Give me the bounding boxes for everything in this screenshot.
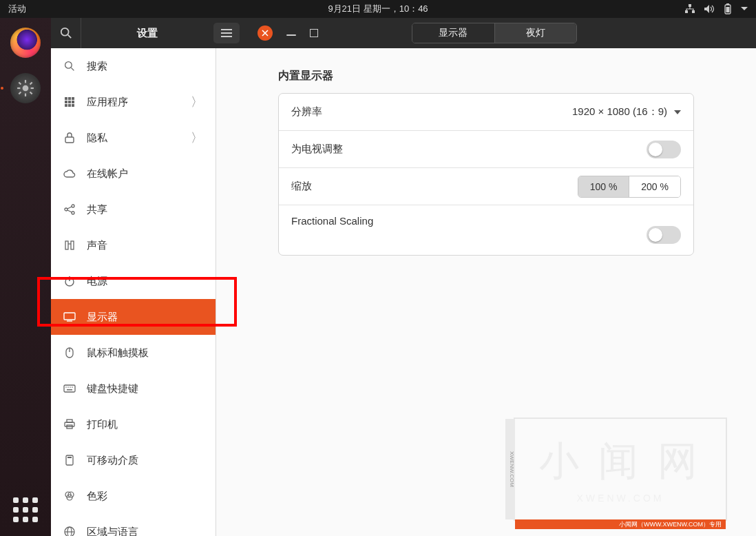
- scale-200-button[interactable]: 200 %: [629, 176, 680, 197]
- svg-rect-24: [72, 97, 74, 100]
- dropdown-caret-icon: [674, 110, 681, 114]
- maximize-button[interactable]: [310, 29, 318, 37]
- svg-line-35: [67, 207, 72, 209]
- search-icon: [60, 27, 72, 39]
- scale-segmented: 100 % 200 %: [578, 176, 681, 198]
- row-resolution[interactable]: 分辨率 1920 × 1080 (16：9): [279, 94, 693, 131]
- tv-adjust-toggle[interactable]: [647, 141, 681, 158]
- sidebar-item-share[interactable]: 共享: [51, 192, 216, 227]
- svg-rect-2: [692, 10, 695, 13]
- tab-displays[interactable]: 显示器: [412, 23, 495, 43]
- sidebar-item-power[interactable]: 电源: [51, 263, 216, 299]
- sidebar-item-label: 声音: [87, 239, 107, 252]
- activities-button[interactable]: 活动: [0, 3, 34, 15]
- globe-icon: [63, 526, 76, 536]
- svg-rect-22: [65, 97, 67, 100]
- sidebar-item-color[interactable]: 色彩: [51, 478, 216, 514]
- scale-100-button[interactable]: 100 %: [578, 176, 629, 197]
- svg-line-36: [67, 210, 72, 212]
- sidebar-search-button[interactable]: [51, 18, 81, 48]
- network-icon[interactable]: [684, 4, 695, 14]
- sidebar-item-printer[interactable]: 打印机: [51, 406, 216, 442]
- mouse-icon: [63, 347, 76, 358]
- sidebar: 搜索应用程序〉隐私〉在线帐户共享声音电源显示器鼠标和触摸板键盘快捷键打印机可移动…: [51, 48, 216, 536]
- svg-rect-19: [221, 36, 232, 37]
- sidebar-item-media[interactable]: 可移动介质: [51, 442, 216, 478]
- chevron-down-icon[interactable]: [741, 7, 748, 11]
- svg-rect-29: [68, 104, 71, 107]
- row-tv-adjust: 为电视调整: [279, 131, 693, 168]
- color-icon: [63, 491, 76, 501]
- share-icon: [63, 204, 76, 215]
- sidebar-item-sound[interactable]: 声音: [51, 227, 216, 263]
- sidebar-item-globe[interactable]: 区域与语言: [51, 514, 216, 536]
- sidebar-item-keyboard[interactable]: 键盘快捷键: [51, 371, 216, 406]
- dock: [0, 18, 51, 536]
- sidebar-item-label: 在线帐户: [87, 167, 128, 181]
- watermark-sub: XWENW.COM: [577, 493, 664, 504]
- svg-rect-53: [65, 422, 74, 426]
- minimize-button[interactable]: [286, 30, 296, 36]
- sidebar-item-label: 搜索: [87, 60, 107, 73]
- search-icon: [63, 61, 76, 72]
- section-title: 内置显示器: [278, 69, 694, 83]
- svg-rect-5: [726, 7, 730, 12]
- window-title: 设置: [81, 27, 213, 40]
- sidebar-item-label: 鼠标和触摸板: [87, 347, 149, 360]
- dock-firefox[interactable]: [8, 25, 43, 61]
- svg-point-33: [72, 205, 74, 207]
- battery-icon[interactable]: [723, 3, 733, 14]
- grid-icon: [63, 96, 76, 107]
- sidebar-item-grid[interactable]: 应用程序〉: [51, 84, 216, 120]
- chevron-right-icon: 〉: [191, 130, 203, 146]
- show-applications-button[interactable]: [10, 495, 41, 525]
- sidebar-item-label: 电源: [87, 275, 107, 288]
- watermark: XWENW.COM 小 闻 网 XWENW.COM 小闻网（WWW.XWENW.…: [514, 418, 727, 521]
- sidebar-item-label: 可移动介质: [87, 454, 138, 467]
- clock[interactable]: 9月21日 星期一，10：46: [328, 3, 428, 15]
- svg-point-34: [72, 212, 74, 214]
- sidebar-item-search[interactable]: 搜索: [51, 48, 216, 84]
- sidebar-item-label: 共享: [87, 203, 107, 216]
- sidebar-item-cloud[interactable]: 在线帐户: [51, 156, 216, 192]
- svg-rect-23: [68, 97, 71, 100]
- svg-rect-13: [19, 92, 22, 95]
- close-button[interactable]: [258, 25, 273, 41]
- svg-rect-14: [30, 82, 33, 85]
- sidebar-item-label: 应用程序: [87, 96, 128, 109]
- tab-nightlight[interactable]: 夜灯: [495, 23, 577, 43]
- menu-button[interactable]: [213, 23, 240, 43]
- close-icon: [262, 30, 269, 37]
- svg-rect-51: [67, 389, 72, 391]
- svg-rect-26: [68, 101, 71, 103]
- volume-icon[interactable]: [704, 4, 715, 14]
- sidebar-item-lock[interactable]: 隐私〉: [51, 120, 216, 156]
- svg-rect-28: [65, 104, 67, 107]
- system-tray[interactable]: [684, 3, 756, 14]
- settings-window: 设置 显示器 夜灯 搜索应用程序〉隐私〉在线帐户共享声音电源显示器鼠标和触摸板键…: [51, 18, 756, 536]
- svg-point-50: [72, 386, 73, 388]
- fractional-label: Fractional Scaling: [291, 215, 373, 227]
- svg-rect-25: [65, 101, 67, 103]
- sidebar-item-label: 隐私: [87, 132, 107, 145]
- sidebar-item-label: 打印机: [87, 418, 118, 431]
- svg-rect-11: [19, 82, 22, 85]
- svg-rect-8: [25, 94, 26, 96]
- chevron-right-icon: 〉: [191, 94, 203, 110]
- svg-rect-37: [65, 241, 68, 249]
- svg-rect-10: [31, 87, 34, 89]
- svg-point-49: [70, 386, 71, 388]
- fractional-toggle[interactable]: [647, 226, 681, 244]
- sidebar-item-mouse[interactable]: 鼠标和触摸板: [51, 335, 216, 371]
- resolution-label: 分辨率: [291, 105, 322, 118]
- sidebar-item-display[interactable]: 显示器: [51, 299, 216, 335]
- display-icon: [63, 312, 76, 322]
- titlebar: 设置 显示器 夜灯: [51, 18, 756, 48]
- svg-line-16: [67, 35, 71, 39]
- dock-settings[interactable]: [8, 70, 43, 106]
- hamburger-icon: [221, 29, 232, 37]
- gear-icon: [10, 73, 41, 103]
- minimize-icon: [286, 34, 296, 36]
- svg-rect-31: [65, 137, 74, 143]
- svg-rect-1: [685, 10, 688, 13]
